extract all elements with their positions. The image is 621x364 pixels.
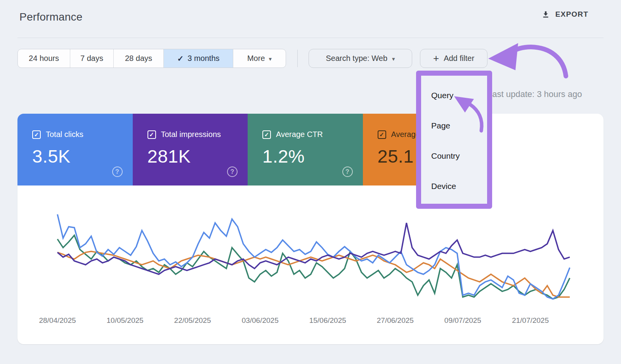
- x-tick-label: 03/06/2025: [242, 316, 279, 325]
- check-icon: ✓: [177, 54, 184, 63]
- x-tick-label: 10/05/2025: [107, 316, 144, 325]
- plus-icon: +: [433, 53, 439, 63]
- header-divider: [17, 38, 604, 38]
- x-tick-label: 15/06/2025: [309, 316, 346, 325]
- search-type-button[interactable]: Search type: Web ▾: [309, 49, 412, 68]
- x-tick-label: 22/05/2025: [174, 316, 211, 325]
- x-tick-label: 27/06/2025: [377, 316, 414, 325]
- performance-line-chart[interactable]: [17, 114, 604, 344]
- date-range-label: 7 days: [80, 54, 103, 63]
- date-range-28-days[interactable]: 28 days: [113, 49, 163, 68]
- date-range-label: 24 hours: [29, 54, 59, 63]
- date-range-control: 24 hours 7 days 28 days ✓ 3 months More …: [17, 49, 286, 68]
- report-panel: ✓ Total clicks 3.5K ? ✓ Total impression…: [17, 114, 604, 344]
- filter-dropdown: Query Page Country Device: [416, 71, 492, 209]
- annotation-arrow-add-filter: [488, 43, 566, 76]
- page-title: Performance: [19, 11, 83, 23]
- date-range-label: More: [247, 54, 265, 63]
- search-type-label: Search type: Web: [326, 54, 387, 63]
- date-range-more[interactable]: More ▾: [233, 49, 286, 68]
- caret-down-icon: ▾: [392, 56, 395, 62]
- filter-option-page[interactable]: Page: [421, 111, 487, 141]
- date-range-7-days[interactable]: 7 days: [70, 49, 113, 68]
- x-tick-label: 28/04/2025: [39, 316, 76, 325]
- x-tick-label: 21/07/2025: [512, 316, 549, 325]
- caret-down-icon: ▾: [269, 56, 272, 62]
- last-update-text: Last update: 3 hours ago: [487, 89, 582, 99]
- filter-option-device[interactable]: Device: [421, 171, 487, 201]
- export-button[interactable]: EXPORT: [541, 10, 588, 19]
- x-tick-label: 09/07/2025: [444, 316, 481, 325]
- series-average-position: [57, 251, 570, 297]
- toolbar: 24 hours 7 days 28 days ✓ 3 months More …: [17, 49, 487, 68]
- chart-x-axis: 28/04/202510/05/202522/05/202503/06/2025…: [17, 316, 604, 328]
- toolbar-divider: [297, 50, 298, 67]
- series-average-ctr: [57, 235, 570, 299]
- date-range-3-months[interactable]: ✓ 3 months: [163, 49, 233, 68]
- filter-option-country[interactable]: Country: [421, 141, 487, 171]
- date-range-label: 28 days: [125, 54, 152, 63]
- date-range-24-hours[interactable]: 24 hours: [18, 49, 70, 68]
- download-icon: [541, 10, 550, 19]
- date-range-label: 3 months: [187, 54, 219, 63]
- add-filter-button[interactable]: + Add filter: [420, 49, 487, 68]
- add-filter-label: Add filter: [444, 54, 474, 63]
- filter-option-query[interactable]: Query: [421, 80, 487, 111]
- export-label: EXPORT: [555, 10, 588, 19]
